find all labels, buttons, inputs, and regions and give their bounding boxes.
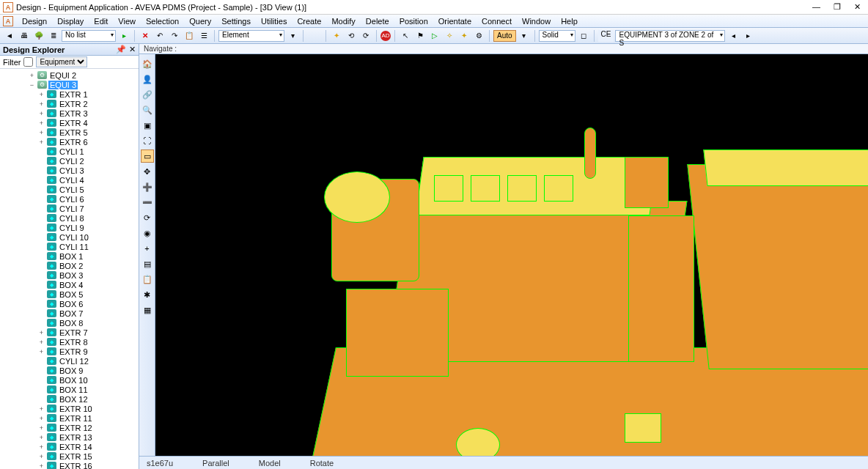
auto-button[interactable]: Auto <box>493 30 516 42</box>
print-icon[interactable]: 🖶 <box>18 29 31 43</box>
menu-delete[interactable]: Delete <box>361 16 394 26</box>
star-icon[interactable]: ✦ <box>330 29 343 43</box>
tree-item[interactable]: +EXTR 6 <box>0 137 139 147</box>
menu-window[interactable]: Window <box>518 16 555 26</box>
3d-viewport[interactable] <box>155 54 868 456</box>
auto-drop-icon[interactable]: ▾ <box>518 29 531 43</box>
tree-item[interactable]: CYLI 10 <box>0 232 139 242</box>
tree-item[interactable]: BOX 9 <box>0 366 139 375</box>
flag-icon[interactable]: ⚑ <box>413 29 427 43</box>
expander-icon[interactable]: + <box>37 424 45 432</box>
tree-item[interactable]: +EXTR 3 <box>0 108 139 118</box>
list-icon[interactable]: ≣ <box>47 29 60 43</box>
menu-view[interactable]: View <box>114 16 140 26</box>
minimize-button[interactable]: — <box>812 2 820 12</box>
tree-item[interactable]: +EQUI 2 <box>0 70 139 80</box>
spark1-icon[interactable]: ✧ <box>443 29 456 43</box>
gear-icon[interactable]: ⚙ <box>472 29 485 43</box>
expander-icon[interactable]: + <box>37 129 45 136</box>
expander-icon[interactable]: + <box>37 462 45 470</box>
nav-left-icon[interactable]: ◂ <box>727 29 740 43</box>
expander-icon[interactable]: + <box>37 405 45 413</box>
sync-icon[interactable]: ⟳ <box>359 29 372 43</box>
tree-item[interactable]: BOX 2 <box>0 261 139 270</box>
home-icon[interactable]: 🏠 <box>141 57 154 70</box>
tree-item[interactable]: CYLI 1 <box>0 147 139 156</box>
expander-icon[interactable]: + <box>37 415 45 422</box>
redo-icon[interactable]: ↷ <box>168 29 181 43</box>
menu-design[interactable]: Design <box>18 16 51 26</box>
menu-settings[interactable]: Settings <box>217 16 255 26</box>
tree-item[interactable]: CYLI 9 <box>0 223 139 232</box>
filter-checkbox[interactable] <box>23 57 33 67</box>
menu-edit[interactable]: Edit <box>89 16 112 26</box>
expander-icon[interactable]: + <box>37 348 45 355</box>
expander-icon[interactable]: + <box>37 443 45 451</box>
tree-item[interactable]: BOX 12 <box>0 394 139 404</box>
tree-item[interactable]: +EXTR 9 <box>0 347 139 356</box>
tree-icon[interactable]: 🌳 <box>32 29 45 43</box>
tree-item[interactable]: CYLI 3 <box>0 166 139 175</box>
tree-item[interactable]: +EXTR 8 <box>0 337 139 347</box>
pin-icon[interactable]: 📌 <box>116 45 126 54</box>
grid-icon[interactable]: ▦ <box>141 303 154 317</box>
tree-item[interactable]: −EQUI 3 <box>0 80 139 89</box>
ce-select[interactable]: EQUIPMENT 3 of ZONE 2 of S <box>615 30 725 42</box>
tree-item[interactable]: +EXTR 16 <box>0 461 139 469</box>
expander-icon[interactable]: + <box>37 339 45 346</box>
ad-badge[interactable]: AD <box>380 31 391 41</box>
menu-position[interactable]: Position <box>395 16 433 26</box>
menu-query[interactable]: Query <box>185 16 216 26</box>
expander-icon[interactable]: + <box>28 72 36 79</box>
spark2-icon[interactable]: ✦ <box>457 29 471 43</box>
zoom-in-icon[interactable]: ➕ <box>141 180 154 193</box>
element-select[interactable]: Element <box>218 30 284 42</box>
tree-item[interactable]: +EXTR 4 <box>0 118 139 128</box>
tree-item[interactable]: +EXTR 11 <box>0 413 139 423</box>
maximize-button[interactable]: ❐ <box>834 2 841 12</box>
expander-icon[interactable]: − <box>28 81 36 89</box>
tree-item[interactable]: CYLI 7 <box>0 204 139 213</box>
panel-close-icon[interactable]: ✕ <box>129 45 136 54</box>
tree-item[interactable]: +EXTR 2 <box>0 99 139 108</box>
tree-item[interactable]: CYLI 6 <box>0 194 139 204</box>
list-select[interactable]: No list <box>62 30 116 42</box>
link-icon[interactable]: 🔗 <box>141 88 154 101</box>
frame-icon[interactable]: ▣ <box>141 119 154 132</box>
align-icon[interactable]: ▤ <box>141 257 154 270</box>
move-icon[interactable]: ✥ <box>141 165 154 178</box>
refresh-icon[interactable]: ⟲ <box>345 29 358 43</box>
menu-connect[interactable]: Connect <box>477 16 516 26</box>
tree-item[interactable]: CYLI 8 <box>0 213 139 223</box>
close-button[interactable]: ✕ <box>854 2 861 12</box>
delete-icon[interactable]: ✕ <box>139 29 152 43</box>
expander-icon[interactable]: + <box>37 100 45 108</box>
tree-item[interactable]: CYLI 12 <box>0 356 139 366</box>
nav-right-icon[interactable]: ▸ <box>741 29 754 43</box>
pointer-icon[interactable]: ↖ <box>399 29 412 43</box>
expander-icon[interactable]: + <box>37 110 45 117</box>
tree-view[interactable]: +EQUI 2−EQUI 3+EXTR 1+EXTR 2+EXTR 3+EXTR… <box>0 69 139 469</box>
select-icon[interactable]: ▭ <box>141 149 154 163</box>
rotate-icon[interactable]: ⟳ <box>141 211 154 224</box>
expander-icon[interactable]: + <box>37 119 45 127</box>
expander-icon[interactable]: + <box>37 91 45 98</box>
fit-icon[interactable]: ⛶ <box>141 134 154 147</box>
expander-icon[interactable]: + <box>37 329 45 336</box>
expander-icon[interactable]: + <box>37 139 45 146</box>
copy-icon[interactable]: 📋 <box>183 29 196 43</box>
tree-item[interactable]: BOX 8 <box>0 318 139 328</box>
add-icon[interactable]: + <box>141 242 154 255</box>
tree-item[interactable]: +EXTR 12 <box>0 423 139 432</box>
play-icon[interactable]: ▸ <box>117 29 130 43</box>
tree-item[interactable]: BOX 5 <box>0 289 139 299</box>
doc-menu-icon[interactable]: A <box>3 16 13 26</box>
tree-item[interactable]: CYLI 5 <box>0 185 139 194</box>
tree-item[interactable]: BOX 4 <box>0 280 139 289</box>
sphere-icon[interactable]: ◉ <box>141 226 154 240</box>
expander-icon[interactable]: + <box>37 453 45 460</box>
menu-create[interactable]: Create <box>293 16 326 26</box>
menu-modify[interactable]: Modify <box>327 16 359 26</box>
render-mode-select[interactable]: Solid <box>539 30 575 42</box>
props-icon[interactable]: 📋 <box>141 273 154 286</box>
